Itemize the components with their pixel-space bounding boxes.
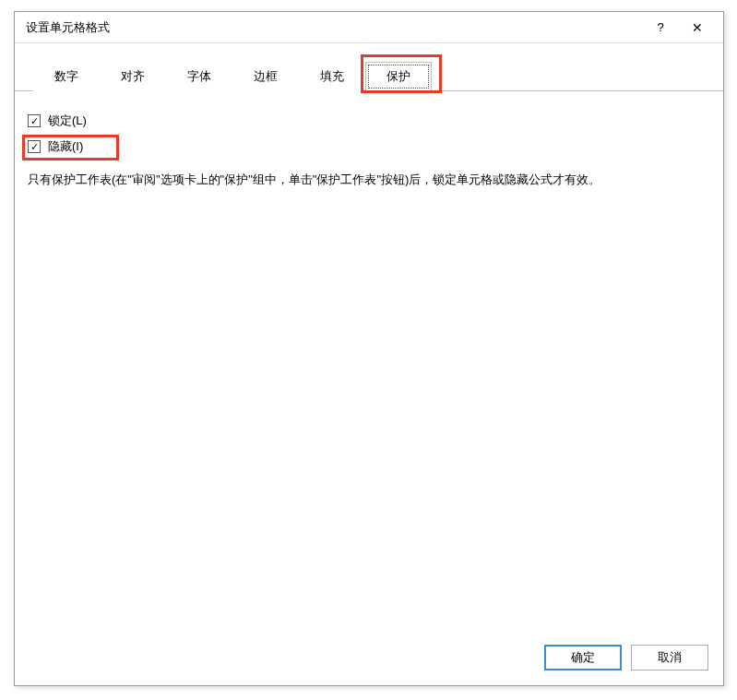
hidden-checkbox[interactable]: ✓ — [28, 140, 41, 153]
close-icon: ✕ — [692, 20, 703, 35]
tab-label: 数字 — [54, 69, 78, 83]
checkmark-icon: ✓ — [30, 116, 39, 126]
help-button[interactable]: ? — [642, 15, 679, 41]
format-cells-dialog: 设置单元格格式 ? ✕ 数字 对齐 字体 边框 填充 保护 — [14, 11, 724, 686]
tab-border[interactable]: 边框 — [232, 62, 299, 91]
hidden-label: 隐藏(I) — [48, 138, 83, 155]
tab-label: 字体 — [187, 69, 211, 83]
ok-label: 确定 — [571, 649, 595, 666]
tab-label: 对齐 — [121, 69, 145, 83]
tab-number[interactable]: 数字 — [33, 62, 100, 91]
tab-fill[interactable]: 填充 — [299, 62, 365, 91]
ok-button[interactable]: 确定 — [544, 645, 622, 670]
tab-label: 填充 — [320, 69, 344, 83]
tab-strip: 数字 对齐 字体 边框 填充 保护 — [15, 43, 723, 91]
tab-protection[interactable]: 保护 — [365, 62, 432, 91]
help-icon: ? — [657, 20, 663, 34]
dialog-footer: 确定 取消 — [15, 634, 723, 685]
tab-alignment[interactable]: 对齐 — [100, 62, 166, 91]
tab-label: 边框 — [254, 69, 278, 83]
dialog-title: 设置单元格格式 — [26, 19, 642, 36]
cancel-label: 取消 — [658, 649, 682, 666]
close-button[interactable]: ✕ — [679, 15, 716, 41]
tab-label: 保护 — [386, 69, 410, 83]
tab-panel-protection: ✓ 锁定(L) ✓ 隐藏(I) 只有保护工作表(在"审阅"选项卡上的"保护"组中… — [15, 91, 723, 634]
hidden-option[interactable]: ✓ 隐藏(I) — [28, 134, 710, 160]
locked-label: 锁定(L) — [48, 113, 87, 129]
titlebar: 设置单元格格式 ? ✕ — [15, 12, 723, 43]
locked-checkbox[interactable]: ✓ — [28, 114, 41, 127]
locked-option[interactable]: ✓ 锁定(L) — [28, 108, 710, 134]
protection-description: 只有保护工作表(在"审阅"选项卡上的"保护"组中，单击"保护工作表"按钮)后，锁… — [28, 160, 710, 189]
checkmark-icon: ✓ — [30, 142, 39, 152]
tab-font[interactable]: 字体 — [166, 62, 232, 91]
cancel-button[interactable]: 取消 — [631, 645, 708, 670]
